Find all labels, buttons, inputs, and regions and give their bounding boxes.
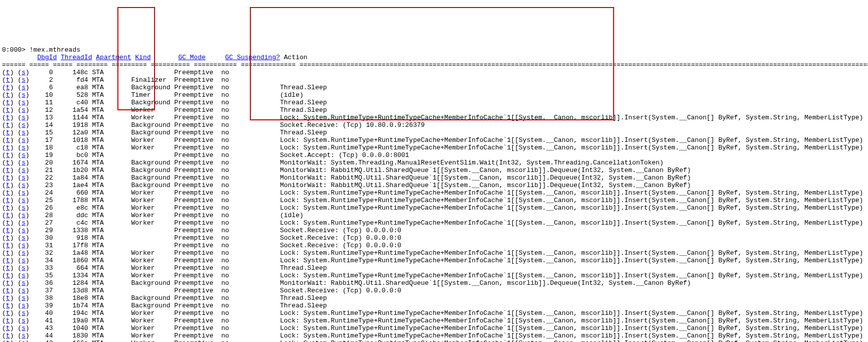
- thread-link-t[interactable]: t: [6, 159, 10, 166]
- thread-link-s[interactable]: s: [22, 204, 26, 212]
- thread-link-t[interactable]: t: [6, 151, 10, 159]
- thread-link-s[interactable]: s: [22, 257, 26, 264]
- thread-link-s[interactable]: s: [22, 99, 26, 106]
- thread-link-t[interactable]: t: [6, 242, 10, 249]
- thread-link-t[interactable]: t: [6, 309, 10, 317]
- thread-link-s[interactable]: s: [22, 114, 26, 121]
- table-row: (t) (s) 23 1ae4 MTA Background Preemptiv…: [2, 182, 868, 189]
- thread-link-t[interactable]: t: [6, 264, 10, 272]
- thread-link-t[interactable]: t: [6, 114, 10, 121]
- thread-link-s[interactable]: s: [22, 174, 26, 182]
- thread-link-t[interactable]: t: [6, 332, 10, 339]
- thread-link-s[interactable]: s: [22, 121, 26, 129]
- thread-link-t[interactable]: t: [6, 99, 10, 106]
- thread-link-t[interactable]: t: [6, 257, 10, 264]
- thread-link-t[interactable]: t: [6, 204, 10, 212]
- thread-link-s[interactable]: s: [22, 324, 26, 332]
- thread-link-t[interactable]: t: [6, 166, 10, 174]
- separator-row: ====== ===== ===== ======== ========= ==…: [2, 61, 868, 69]
- table-row: (t) (s) 33 664 MTA Worker Preemptive no …: [2, 264, 868, 272]
- thread-link-t[interactable]: t: [6, 106, 10, 114]
- thread-link-s[interactable]: s: [22, 227, 26, 234]
- thread-link-t[interactable]: t: [6, 121, 10, 129]
- col-gc-suspending[interactable]: GC_Suspending?: [225, 54, 280, 61]
- thread-link-s[interactable]: s: [22, 144, 26, 151]
- thread-link-t[interactable]: t: [6, 182, 10, 189]
- thread-link-t[interactable]: t: [6, 69, 10, 76]
- thread-link-s[interactable]: s: [22, 264, 26, 272]
- thread-link-s[interactable]: s: [22, 332, 26, 339]
- thread-link-t[interactable]: t: [6, 234, 10, 242]
- thread-link-s[interactable]: s: [22, 317, 26, 324]
- col-action: Action: [284, 54, 308, 61]
- thread-link-s[interactable]: s: [22, 91, 26, 99]
- thread-link-s[interactable]: s: [22, 302, 26, 309]
- thread-link-s[interactable]: s: [22, 339, 26, 342]
- thread-link-s[interactable]: s: [22, 166, 26, 174]
- debugger-output: 0:000> !mex.mthreads DbgId ThreadId Apar…: [0, 38, 868, 342]
- thread-link-s[interactable]: s: [22, 76, 26, 84]
- table-row: (t) (s) 34 1860 MTA Worker Preemptive no…: [2, 257, 868, 264]
- col-threadid[interactable]: ThreadId: [61, 54, 92, 61]
- thread-link-s[interactable]: s: [22, 279, 26, 287]
- table-row: (t) (s) 11 c40 MTA Background Preemptive…: [2, 99, 868, 106]
- col-kind[interactable]: Kind: [135, 54, 151, 61]
- thread-link-t[interactable]: t: [6, 174, 10, 182]
- table-row: (t) (s) 20 1674 MTA Background Preemptiv…: [2, 159, 868, 166]
- thread-link-s[interactable]: s: [22, 219, 26, 227]
- col-dbgid[interactable]: DbgId: [37, 54, 57, 61]
- table-row: (t) (s) 43 1040 MTA Worker Preemptive no…: [2, 324, 868, 332]
- thread-link-s[interactable]: s: [22, 294, 26, 302]
- thread-link-s[interactable]: s: [22, 212, 26, 219]
- thread-link-t[interactable]: t: [6, 339, 10, 342]
- thread-link-t[interactable]: t: [6, 317, 10, 324]
- thread-link-t[interactable]: t: [6, 219, 10, 227]
- table-row: (t) (s) 37 13d8 MTA Preemptive no Socket…: [2, 287, 868, 294]
- thread-link-t[interactable]: t: [6, 144, 10, 151]
- thread-link-s[interactable]: s: [22, 69, 26, 76]
- thread-link-s[interactable]: s: [22, 159, 26, 166]
- thread-link-t[interactable]: t: [6, 91, 10, 99]
- table-row: (t) (s) 6 ea8 MTA Background Preemptive …: [2, 84, 868, 91]
- thread-link-t[interactable]: t: [6, 189, 10, 197]
- table-row: (t) (s) 19 bc0 MTA Preemptive no Socket.…: [2, 151, 868, 159]
- col-gc-mode[interactable]: GC_Mode: [178, 54, 206, 61]
- thread-link-s[interactable]: s: [22, 309, 26, 317]
- thread-link-s[interactable]: s: [22, 272, 26, 279]
- thread-link-s[interactable]: s: [22, 129, 26, 136]
- thread-link-t[interactable]: t: [6, 84, 10, 91]
- thread-link-t[interactable]: t: [6, 324, 10, 332]
- thread-link-s[interactable]: s: [22, 182, 26, 189]
- header-row: DbgId ThreadId Apartment Kind GC_Mode GC…: [2, 54, 308, 61]
- thread-link-s[interactable]: s: [22, 84, 26, 91]
- thread-link-t[interactable]: t: [6, 136, 10, 144]
- table-row: (t) (s) 40 194c MTA Worker Preemptive no…: [2, 309, 868, 317]
- thread-link-t[interactable]: t: [6, 129, 10, 136]
- thread-link-t[interactable]: t: [6, 212, 10, 219]
- thread-link-t[interactable]: t: [6, 272, 10, 279]
- thread-link-t[interactable]: t: [6, 197, 10, 204]
- table-row: (t) (s) 28 ddc MTA Worker Preemptive no …: [2, 212, 868, 219]
- thread-link-s[interactable]: s: [22, 287, 26, 294]
- thread-link-s[interactable]: s: [22, 242, 26, 249]
- thread-link-s[interactable]: s: [22, 136, 26, 144]
- thread-link-s[interactable]: s: [22, 151, 26, 159]
- col-apartment[interactable]: Apartment: [96, 54, 131, 61]
- thread-link-s[interactable]: s: [22, 249, 26, 257]
- thread-link-s[interactable]: s: [22, 234, 26, 242]
- command-text: !mex.mthreads: [30, 46, 80, 54]
- thread-link-t[interactable]: t: [6, 287, 10, 294]
- thread-link-t[interactable]: t: [6, 76, 10, 84]
- prompt: 0:000>: [2, 46, 30, 54]
- thread-link-t[interactable]: t: [6, 279, 10, 287]
- thread-link-t[interactable]: t: [6, 227, 10, 234]
- thread-link-s[interactable]: s: [22, 106, 26, 114]
- rows-container: (t) (s) 0 148c STA Preemptive no (t) (s)…: [2, 69, 868, 342]
- table-row: (t) (s) 31 17f8 MTA Preemptive no Socket…: [2, 242, 868, 249]
- table-row: (t) (s) 38 18e8 MTA Background Preemptiv…: [2, 294, 868, 302]
- thread-link-s[interactable]: s: [22, 197, 26, 204]
- thread-link-s[interactable]: s: [22, 189, 26, 197]
- thread-link-t[interactable]: t: [6, 302, 10, 309]
- thread-link-t[interactable]: t: [6, 294, 10, 302]
- thread-link-t[interactable]: t: [6, 249, 10, 257]
